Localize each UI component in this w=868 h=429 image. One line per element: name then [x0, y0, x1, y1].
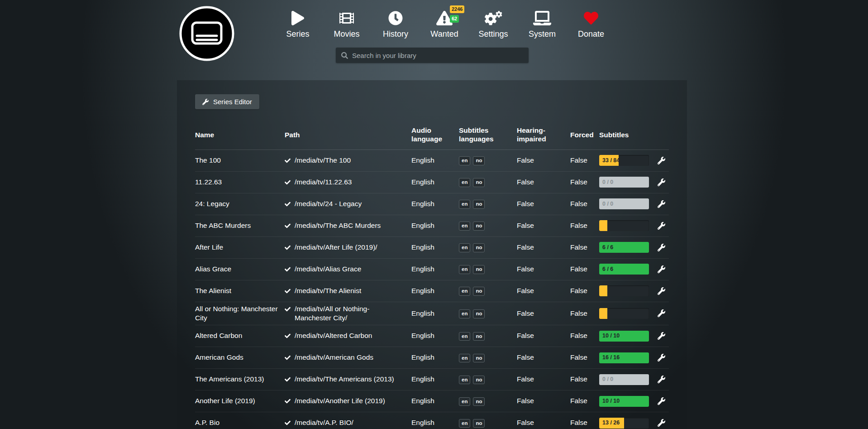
table-header-row: Name Path Audio language Subtitles langu…: [195, 123, 669, 150]
language-badge: en: [459, 419, 470, 428]
check-icon: [285, 201, 291, 207]
search-input[interactable]: [352, 52, 523, 59]
nav-item-label: Movies: [334, 29, 359, 39]
wrench-icon: [658, 244, 665, 251]
series-name[interactable]: After Life: [195, 243, 285, 252]
subtitles-progress-fill: [599, 285, 607, 296]
edit-series-button[interactable]: [658, 222, 665, 230]
series-path: /media/tv/24 - Legacy: [285, 199, 411, 208]
nav-item-settings[interactable]: Settings: [474, 10, 512, 39]
search-bar: [336, 48, 529, 63]
heart-icon: [582, 10, 600, 26]
language-badge: en: [459, 354, 470, 363]
language-badge: no: [473, 397, 485, 406]
series-path: /media/tv/After Life (2019)/: [285, 243, 411, 252]
edit-series-button[interactable]: [658, 178, 665, 186]
hearing-impaired-value: False: [517, 353, 570, 362]
edit-series-button[interactable]: [658, 157, 665, 164]
film-icon: [338, 10, 356, 26]
table-row: The Americans (2013) /media/tv/The Ameri…: [195, 369, 669, 390]
subtitles-progress-label: 10 / 10: [602, 396, 620, 407]
language-badge: no: [473, 265, 485, 274]
series-path-text: /media/tv/Altered Carbon: [295, 331, 372, 340]
warning-icon: 224662: [435, 10, 453, 26]
forced-value: False: [570, 286, 599, 295]
hearing-impaired-value: False: [517, 178, 570, 187]
series-name[interactable]: 24: Legacy: [195, 199, 285, 208]
edit-series-button[interactable]: [658, 376, 665, 383]
nav-item-label: Donate: [578, 29, 604, 39]
hearing-impaired-value: False: [517, 199, 570, 208]
subtitles-progress-bar: 0 / 0: [599, 198, 649, 209]
language-badge: en: [459, 287, 470, 296]
hearing-impaired-value: False: [517, 331, 570, 340]
nav-item-history[interactable]: History: [377, 10, 415, 39]
series-name[interactable]: All or Nothing: Manchester City: [195, 304, 285, 323]
table-row: All or Nothing: Manchester City /media/t…: [195, 302, 669, 325]
nav-item-system[interactable]: System: [523, 10, 561, 39]
forced-value: False: [570, 331, 599, 340]
check-icon: [285, 306, 291, 312]
subtitles-languages-badges: enno: [459, 199, 517, 209]
hearing-impaired-value: False: [517, 221, 570, 230]
nav-item-series[interactable]: Series: [279, 10, 317, 39]
subtitles-progress-label: 33 / 84: [602, 155, 620, 166]
series-name[interactable]: 11.22.63: [195, 178, 285, 187]
subtitles-languages-badges: enno: [459, 242, 517, 252]
forced-value: False: [570, 309, 599, 318]
nav-item-movies[interactable]: Movies: [328, 10, 366, 39]
hearing-impaired-value: False: [517, 375, 570, 384]
wrench-icon: [658, 332, 665, 340]
series-path-text: /media/tv/The Alienist: [295, 286, 361, 295]
edit-series-button[interactable]: [658, 419, 665, 427]
subtitles-progress-bar: [599, 220, 649, 231]
series-name[interactable]: American Gods: [195, 353, 285, 362]
edit-series-button[interactable]: [658, 287, 665, 295]
series-path: /media/tv/The Alienist: [285, 286, 411, 295]
series-panel: Series Editor Name Path Audio language S…: [177, 80, 687, 429]
wrench-icon: [658, 157, 665, 164]
edit-series-button[interactable]: [658, 244, 665, 251]
bazarr-logo[interactable]: [179, 6, 234, 61]
series-path-text: /media/tv/After Life (2019)/: [295, 243, 377, 252]
check-icon: [285, 223, 291, 229]
audio-language-value: English: [411, 243, 459, 252]
subtitles-languages-badges: enno: [459, 396, 517, 406]
subtitles-progress-label: 16 / 16: [602, 352, 620, 363]
subtitles-languages-badges: enno: [459, 375, 517, 385]
forced-value: False: [570, 221, 599, 230]
column-header-subtitles-languages: Subtitles languages: [459, 126, 517, 144]
series-name[interactable]: Another Life (2019): [195, 396, 285, 405]
audio-language-value: English: [411, 265, 459, 274]
series-name[interactable]: The 100: [195, 156, 285, 165]
edit-series-button[interactable]: [658, 397, 665, 405]
hearing-impaired-value: False: [517, 286, 570, 295]
edit-series-button[interactable]: [658, 265, 665, 273]
series-name[interactable]: The Americans (2013): [195, 375, 285, 384]
series-name[interactable]: The Alienist: [195, 286, 285, 295]
nav-item-wanted[interactable]: 224662 Wanted: [425, 10, 463, 39]
series-name[interactable]: Alias Grace: [195, 265, 285, 274]
series-path-text: /media/tv/Another Life (2019): [295, 396, 385, 405]
subtitles-languages-badges: enno: [459, 221, 517, 231]
series-editor-button[interactable]: Series Editor: [195, 94, 259, 109]
nav-item-label: Settings: [478, 29, 508, 39]
edit-series-button[interactable]: [658, 332, 665, 340]
wanted-count-badge: 2246: [450, 5, 464, 13]
wrench-icon: [202, 99, 209, 105]
hearing-impaired-value: False: [517, 418, 570, 427]
series-name[interactable]: The ABC Murders: [195, 221, 285, 230]
series-name[interactable]: A.P. Bio: [195, 418, 285, 427]
edit-series-button[interactable]: [658, 354, 665, 362]
nav-item-donate[interactable]: Donate: [572, 10, 610, 39]
series-name[interactable]: Altered Carbon: [195, 331, 285, 340]
subtitles-progress-fill: [599, 308, 607, 319]
edit-series-button[interactable]: [658, 309, 665, 317]
search-icon: [341, 52, 348, 59]
subtitles-progress-label: 10 / 10: [602, 331, 620, 342]
nav-item-label: Wanted: [430, 29, 458, 39]
edit-series-button[interactable]: [658, 200, 665, 208]
check-icon: [285, 245, 291, 251]
laptop-icon: [533, 10, 551, 26]
language-badge: en: [459, 200, 470, 209]
